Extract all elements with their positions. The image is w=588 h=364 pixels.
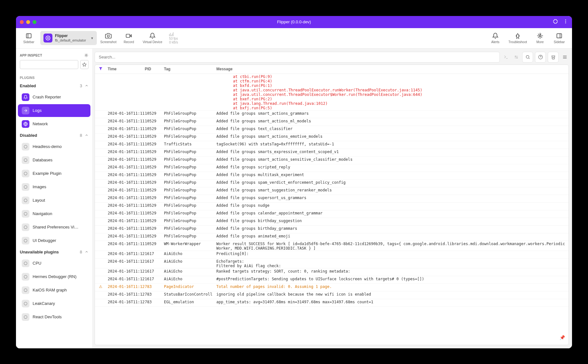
log-row[interactable]: 2024-01-16T11:1110529PhFileGroupPopAdded… xyxy=(95,180,569,187)
group-disabled-header[interactable]: Disabled 8 xyxy=(16,131,92,140)
svg-point-6 xyxy=(107,35,110,37)
plugin-item-images[interactable]: Images xyxy=(18,181,90,193)
log-row[interactable]: 2024-01-16T11:1110529PhFileGroupPopAdded… xyxy=(95,233,569,241)
log-row[interactable]: 2024-01-16T11:1110529PhFileGroupPopAdded… xyxy=(95,218,569,226)
log-row[interactable]: 2024-01-16T11:12783EGL_emulationapp_time… xyxy=(95,299,569,307)
more-label: More xyxy=(537,40,544,44)
plugin-item-crash-reporter[interactable]: Crash Reporter xyxy=(18,91,90,104)
screenshot-button[interactable]: Screenshot xyxy=(99,29,117,47)
log-row[interactable]: 2024-01-16T11:1110529PhFileGroupPopAdded… xyxy=(95,210,569,218)
log-time: 2024-01-16T11:11 xyxy=(106,142,145,146)
settings-sliders-icon[interactable] xyxy=(512,52,520,63)
more-button[interactable]: More xyxy=(531,29,549,47)
log-row[interactable]: 2024-01-16T11:121617AiAiEcho#postPredict… xyxy=(95,276,569,284)
plugin-item-cpu[interactable]: CPU xyxy=(18,257,90,270)
log-pid: 10529 xyxy=(145,219,164,223)
close-window-button[interactable] xyxy=(20,20,24,24)
virtual-device-label: Virtual Device xyxy=(143,40,162,44)
log-row[interactable]: 2024-01-16T11:12783PageIndicatorTotal nu… xyxy=(95,284,569,291)
log-row[interactable]: 2024-01-16T11:1110529PhFileGroupPopAdded… xyxy=(95,187,569,195)
plugin-item-example-plugin[interactable]: Example Plugin xyxy=(18,167,90,180)
maximize-window-button[interactable] xyxy=(33,20,36,24)
svg-point-18 xyxy=(24,145,27,148)
plugin-label: Headless-demo xyxy=(33,144,62,149)
log-time: 2024-01-16T11:12 xyxy=(106,284,145,289)
log-pid: 783 xyxy=(145,284,164,289)
alerts-button[interactable]: Alerts xyxy=(486,29,504,47)
plugin-item-leakcanary[interactable]: LeakCanary xyxy=(18,297,90,310)
log-row[interactable]: at ctbi.run(PG:9) at ctfm.run(PG:4) at b… xyxy=(95,74,569,111)
log-row[interactable]: 2024-01-16T11:1110529PhFileGroupPopAdded… xyxy=(95,157,569,164)
sidebar-toggle-button[interactable]: Sidebar xyxy=(20,29,38,47)
plugin-item-layout[interactable]: Layout xyxy=(18,194,90,207)
plugin-icon xyxy=(22,286,29,294)
plugin-item-navigation[interactable]: Navigation xyxy=(18,207,90,220)
col-msg-header[interactable]: Message xyxy=(215,67,569,71)
group-enabled-count: 3 xyxy=(80,83,82,88)
plugin-item-ui-debugger[interactable]: UI Debugger xyxy=(18,234,90,247)
log-time: 2024-01-16T11:11 xyxy=(106,219,145,223)
log-pid: 1617 xyxy=(145,269,164,274)
inspect-filter-input[interactable] xyxy=(20,60,78,69)
plugin-item-kaios-ram-graph[interactable]: KaiOS RAM graph xyxy=(18,284,90,297)
troubleshoot-label: Troubleshoot xyxy=(508,40,527,44)
col-pid-header[interactable]: PID xyxy=(145,67,164,71)
star-button[interactable] xyxy=(80,60,89,69)
device-selector[interactable]: Flipper fb_default_emulator ▼ xyxy=(40,31,97,45)
log-row[interactable]: 2024-01-16T11:1110529TrafficStatstagSock… xyxy=(95,141,569,149)
log-row[interactable]: 2024-01-16T11:1110529PhFileGroupPopAdded… xyxy=(95,172,569,180)
sun-icon[interactable] xyxy=(84,53,89,58)
pin-icon[interactable]: 📌 xyxy=(560,335,565,340)
right-sidebar-button[interactable]: Sidebar xyxy=(550,29,568,47)
virtual-device-button[interactable]: Virtual Device xyxy=(140,29,165,47)
terminal-icon[interactable] xyxy=(502,52,510,63)
search-button[interactable] xyxy=(522,52,533,63)
group-enabled-header[interactable]: Enabled 3 xyxy=(16,81,92,90)
filter-icon[interactable] xyxy=(95,67,106,72)
log-row[interactable]: 2024-01-16T11:12783StatusBarIconControll… xyxy=(95,291,569,299)
log-row[interactable]: 2024-01-16T11:121617AiAiEchoEchoTargets:… xyxy=(95,259,569,268)
log-msg: Added file groups smart_actions_emotive_… xyxy=(215,134,569,139)
group-enabled-name: Enabled xyxy=(20,83,36,88)
log-row[interactable]: 2024-01-16T11:1110529PhFileGroupPopAdded… xyxy=(95,164,569,172)
plugin-item-shared-preferences-vi-[interactable]: Shared Preferences Vi… xyxy=(18,221,90,234)
log-row[interactable]: 2024-01-16T11:1110529PhFileGroupPopAdded… xyxy=(95,134,569,141)
group-unavailable-header[interactable]: Unavailable plugins 8 xyxy=(16,248,92,256)
plugin-item-logs[interactable]: Logs xyxy=(18,104,90,117)
troubleshoot-button[interactable]: Troubleshoot xyxy=(506,29,530,47)
extension-icon[interactable] xyxy=(553,19,558,25)
col-tag-header[interactable]: Tag xyxy=(164,67,215,71)
log-row[interactable]: 2024-01-16T11:121617AiAiEchoRanked targe… xyxy=(95,268,569,276)
log-row[interactable]: 2024-01-16T11:1110529PhFileGroupPopAdded… xyxy=(95,195,569,203)
log-row[interactable]: 2024-01-16T11:1110529PhFileGroupPopAdded… xyxy=(95,226,569,233)
record-button[interactable]: Record xyxy=(120,29,138,47)
log-row[interactable]: 2024-01-16T11:1110529PhFileGroupPopAdded… xyxy=(95,149,569,157)
log-row[interactable]: 2024-01-16T11:1110529PhFileGroupPopAdded… xyxy=(95,111,569,118)
inspect-title: APP INSPECT xyxy=(20,54,42,57)
log-tag: WM-WorkerWrapper xyxy=(164,242,215,246)
svg-point-1 xyxy=(565,21,566,22)
log-pid: 10529 xyxy=(145,234,164,238)
top-toolbar: Sidebar Flipper fb_default_emulator ▼ Sc… xyxy=(16,28,572,49)
log-row[interactable]: 2024-01-16T11:1110529PhFileGroupPopAdded… xyxy=(95,203,569,210)
help-button[interactable] xyxy=(535,52,546,63)
plugin-item-network[interactable]: Network xyxy=(18,118,90,130)
log-row[interactable]: 2024-01-16T11:1110529PhFileGroupPopAdded… xyxy=(95,118,569,126)
right-sidebar-label: Sidebar xyxy=(554,40,565,44)
plugin-item-react-devtools[interactable]: React DevTools xyxy=(18,311,90,323)
kebab-menu-icon[interactable] xyxy=(563,19,568,25)
search-input[interactable] xyxy=(95,52,500,63)
log-msg: Added file groups birthday_suggestion xyxy=(215,219,569,223)
delete-button[interactable] xyxy=(548,52,559,63)
plugin-item-hermes-debugger-rn-[interactable]: Hermes Debugger (RN) xyxy=(18,270,90,283)
log-row[interactable]: 2024-01-16T11:1110529WM-WorkerWrapperWor… xyxy=(95,241,569,251)
log-row[interactable]: 2024-01-16T11:121617AiAiEchoPredicting[0… xyxy=(95,251,569,259)
log-row[interactable]: 2024-01-16T11:1110529PhFileGroupPopAdded… xyxy=(95,126,569,134)
plugin-item-headless-demo[interactable]: Headless-demo xyxy=(18,140,90,153)
minimize-window-button[interactable] xyxy=(26,20,30,24)
log-pid: 10529 xyxy=(145,203,164,208)
hamburger-menu-icon[interactable] xyxy=(561,52,569,63)
plugin-item-databases[interactable]: Databases xyxy=(18,154,90,167)
group-unavailable-count: 8 xyxy=(80,250,82,254)
col-time-header[interactable]: Time xyxy=(106,67,145,71)
